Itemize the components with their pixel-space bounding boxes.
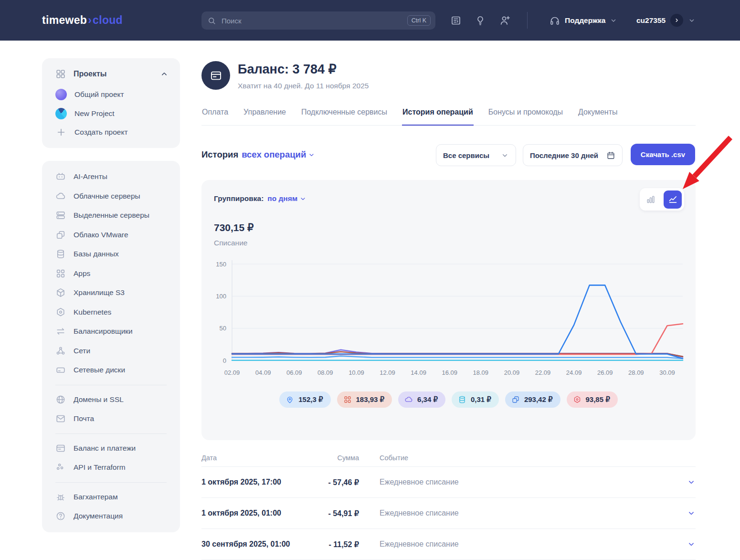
services-filter-select[interactable]: Все сервисы (436, 144, 516, 166)
badge-value: 93,85 ₽ (586, 395, 610, 404)
svg-text:02.09: 02.09 (224, 369, 240, 376)
tab-3[interactable]: Подключенные сервисы (301, 106, 388, 125)
chevron-down-icon[interactable] (687, 478, 696, 486)
search-box[interactable]: Ctrl K (201, 11, 435, 30)
sidebar-item-apps[interactable]: Apps (42, 264, 180, 284)
create-project-button[interactable]: Создать проект (42, 123, 180, 141)
cost-badge-hexagon[interactable]: 93,85 ₽ (567, 391, 618, 408)
tab-1[interactable]: Оплата (201, 106, 229, 125)
news-icon[interactable] (450, 15, 462, 26)
cost-badge-database[interactable]: 0,31 ₽ (452, 391, 499, 408)
chevron-up-icon (160, 70, 169, 78)
account-menu[interactable]: cu27355 (636, 0, 696, 41)
balance-subtitle: Хватит на 40 дней. До 11 ноября 2025 (238, 82, 369, 90)
project-avatar (55, 89, 67, 100)
chart-canvas[interactable]: 05010015002.0904.0906.0908.0910.0912.091… (211, 255, 689, 380)
history-scope-link[interactable]: всех операций (242, 149, 315, 160)
chevron-down-icon[interactable] (687, 540, 696, 549)
tab-5[interactable]: Бонусы и промокоды (488, 106, 563, 125)
sidebar-item-network[interactable]: Сети (42, 341, 180, 361)
top-navbar: timeweb › cloud Ctrl K Поддержка cu27355 (0, 0, 740, 41)
sidebar-item-arrows[interactable]: Балансировщики (42, 322, 180, 341)
history-chart-card: Группировка: по дням 730,15 ₽ Списание 0… (201, 180, 696, 440)
hexagon-icon (573, 395, 581, 404)
download-csv-button[interactable]: Скачать .csv (631, 144, 695, 165)
transaction-row[interactable]: 1 октября 2025, 01:00- 54,91 ₽Ежедневное… (201, 498, 696, 529)
sidebar-item-disk[interactable]: Сетевые диски (42, 360, 180, 380)
search-input[interactable] (221, 16, 403, 25)
sidebar-item-vmware[interactable]: Облако VMware (42, 225, 180, 245)
tab-2[interactable]: Управление (243, 106, 286, 125)
chart-type-toggle (640, 188, 684, 211)
cost-badge-pin[interactable]: 152,3 ₽ (279, 391, 330, 408)
svg-text:12.09: 12.09 (380, 369, 395, 376)
nodes-icon (55, 462, 66, 473)
sidebar-item-project-common[interactable]: Общий проект (42, 85, 180, 104)
grouping-control: Группировка: по дням (214, 194, 307, 203)
sidebar-item-label: Домены и SSL (74, 395, 124, 404)
plus-icon (55, 127, 67, 137)
badge-value: 293,42 ₽ (524, 395, 553, 404)
cost-badge-cloud[interactable]: 6,34 ₽ (398, 391, 445, 408)
sidebar-item-hexagon[interactable]: Kubernetes (42, 303, 180, 322)
svg-text:26.09: 26.09 (597, 369, 613, 376)
grouping-value: по дням (267, 194, 297, 203)
sidebar-item-bug[interactable]: Багхантерам (42, 487, 180, 507)
transaction-event: Ежедневное списание (380, 540, 687, 549)
sidebar-item-label: Облако VMware (74, 231, 128, 239)
cost-badge-apps[interactable]: 183,93 ₽ (337, 391, 392, 408)
sidebar-item-cube[interactable]: Хранилище S3 (42, 283, 180, 303)
total-caption: Списание (214, 239, 247, 247)
sidebar-item-globe[interactable]: Домены и SSL (42, 390, 180, 410)
server-icon (55, 210, 66, 221)
cloud-icon (404, 395, 413, 404)
lightbulb-icon[interactable] (475, 15, 486, 26)
apps-icon (343, 395, 352, 404)
transaction-row[interactable]: 1 октября 2025, 17:00- 57,46 ₽Ежедневное… (201, 467, 696, 498)
headphones-icon (549, 15, 560, 26)
svg-text:28.09: 28.09 (628, 369, 644, 376)
bar-chart-toggle-button[interactable] (642, 191, 659, 208)
sidebar-item-robot[interactable]: AI-Агенты (42, 167, 180, 187)
transaction-row[interactable]: 30 сентября 2025, 01:00- 11,52 ₽Ежедневн… (201, 529, 696, 560)
support-menu[interactable]: Поддержка (549, 0, 617, 41)
tab-6[interactable]: Документы (578, 106, 618, 125)
transaction-event: Ежедневное списание (380, 509, 687, 518)
chevron-down-icon[interactable] (687, 509, 696, 518)
total-amount: 730,15 ₽ (214, 222, 254, 233)
account-expand-button[interactable] (670, 14, 683, 27)
sidebar-divider (55, 482, 167, 483)
sidebar-item-project-new[interactable]: New Project (42, 104, 180, 123)
arrows-icon (55, 326, 66, 337)
transaction-date: 30 сентября 2025, 01:00 (201, 540, 316, 549)
sidebar-item-nodes[interactable]: API и Terraform (42, 458, 180, 477)
tab-4[interactable]: История операций (402, 106, 474, 126)
sidebar-item-label: Почта (74, 414, 94, 423)
cost-badge-vmware[interactable]: 293,42 ₽ (505, 391, 560, 408)
logo[interactable]: timeweb › cloud (42, 0, 124, 41)
period-filter-select[interactable]: Последние 30 дней (523, 144, 623, 166)
sidebar-item-database[interactable]: Базы данных (42, 244, 180, 264)
history-title: История всех операций (201, 149, 315, 160)
transaction-amount: - 11,52 ₽ (316, 540, 359, 549)
grouping-value-select[interactable]: по дням (267, 194, 307, 203)
sidebar-item-cloud[interactable]: Облачные серверы (42, 187, 180, 206)
question-icon (55, 511, 66, 521)
operations-table: ДатаСуммаСобытие1 октября 2025, 17:00- 5… (201, 449, 696, 560)
sidebar-item-question[interactable]: Документация (42, 507, 180, 526)
sidebar-item-mail[interactable]: Почта (42, 409, 180, 429)
line-chart-toggle-button[interactable] (664, 190, 682, 209)
account-id: cu27355 (636, 16, 666, 25)
projects-panel: Проекты Общий проект New Project Создать… (42, 58, 180, 148)
sidebar-item-card[interactable]: Баланс и платежи (42, 439, 180, 458)
badge-value: 6,34 ₽ (417, 395, 438, 404)
chevron-down-icon (610, 17, 617, 24)
sidebar-item-server[interactable]: Выделенные серверы (42, 206, 180, 225)
sidebar-menu: AI-АгентыОблачные серверыВыделенные серв… (42, 161, 180, 532)
svg-text:20.09: 20.09 (504, 369, 520, 376)
svg-text:50: 50 (220, 325, 226, 332)
invite-user-icon[interactable] (499, 14, 511, 26)
svg-text:24.09: 24.09 (566, 369, 582, 376)
card-icon (55, 443, 66, 454)
projects-header[interactable]: Проекты (42, 66, 180, 85)
